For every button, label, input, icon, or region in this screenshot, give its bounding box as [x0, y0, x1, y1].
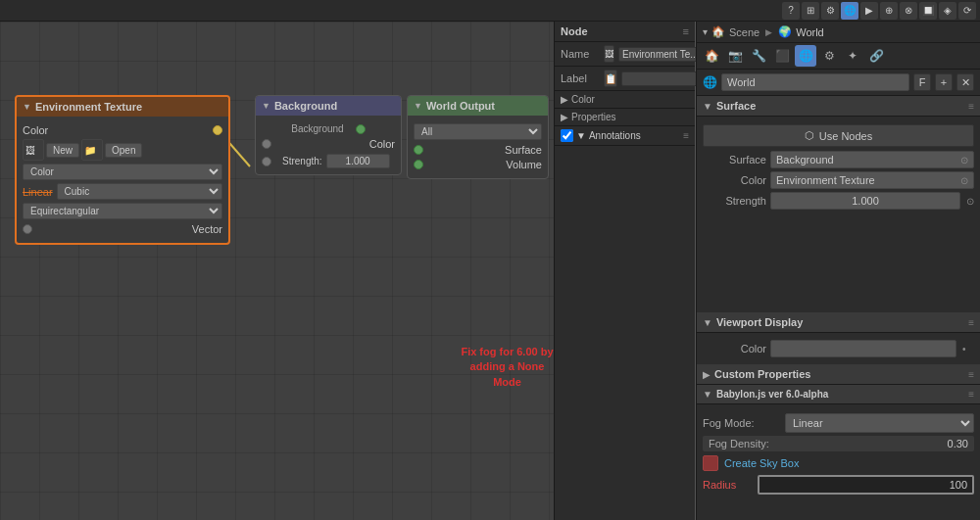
node-icon: ⬡ [805, 129, 814, 142]
particles-tab[interactable]: ✦ [842, 45, 863, 67]
bg-collapse-icon: ▼ [262, 101, 270, 111]
bg-header-label: Background [291, 123, 343, 134]
diamond-icon[interactable]: ◈ [939, 2, 956, 20]
close-world-button[interactable]: ✕ [956, 73, 974, 91]
env-color-type-select[interactable]: Color [23, 164, 222, 180]
env-vector-socket [23, 224, 32, 234]
surface-options[interactable]: ≡ [968, 101, 974, 112]
world-output-dropdown-row: All [414, 123, 542, 140]
breadcrumb-scene: Scene [729, 26, 760, 38]
viewport-title: Viewport Display [716, 316, 803, 328]
surface-section-header[interactable]: ▼ Surface ≡ [697, 96, 980, 117]
env-open-btn[interactable]: Open [105, 143, 142, 158]
surface-prop-text: Background [776, 154, 834, 165]
custom-props-options[interactable]: ≡ [968, 369, 974, 380]
env-toolbar: 🖼 New 📁 Open [23, 139, 222, 161]
color-prop-value[interactable]: Environment Texture ⊙ [770, 171, 974, 189]
env-projection-select[interactable]: Equirectangular [23, 203, 222, 219]
radius-input[interactable] [758, 475, 974, 495]
surface-title: Surface [716, 100, 756, 112]
bg-strength-input[interactable] [326, 154, 390, 168]
add-icon[interactable]: ⊕ [880, 2, 898, 20]
add-world-button[interactable]: + [935, 73, 953, 91]
side-color-section[interactable]: ▶ Color [555, 91, 695, 109]
right-icon-tabs: 🏠 📷 🔧 ⬛ 🌐 ⚙ ✦ 🔗 [697, 43, 980, 70]
main-area: ▼ Environment Texture Color 🖼 New 📁 [0, 22, 980, 520]
side-props-panel: Node ≡ Name 🖼 Label 📋 ▶ Color ▶ Properti… [554, 22, 696, 520]
env-folder-icon: 📁 [81, 139, 103, 161]
skybox-row: Create Sky Box [703, 455, 974, 471]
side-options-icon[interactable]: ≡ [683, 25, 689, 37]
fog-density-row: Fog Density: 0.30 [703, 436, 974, 451]
side-label-icon: 📋 [604, 70, 617, 87]
refresh-icon[interactable]: ⟳ [958, 2, 976, 20]
fog-mode-select[interactable]: Linear None Exponential Exponential Squa… [785, 413, 974, 433]
side-label-row: Label 📋 [555, 67, 695, 91]
viewport-color-preview[interactable] [770, 340, 956, 357]
settings-icon[interactable]: ⚙ [821, 2, 839, 20]
surface-prop-label: Surface [703, 154, 766, 165]
frame-icon[interactable]: 🔲 [919, 2, 937, 20]
surface-prop-value[interactable]: Background ⊙ [770, 151, 974, 168]
viewport-section-header[interactable]: ▼ Viewport Display ≡ [697, 312, 980, 333]
annotation-text: Fix fog for 6.00 by adding a None Mode [461, 345, 554, 390]
annotation-line1: Fix fog for 6.00 by [461, 346, 553, 357]
view-layer-tab[interactable]: ⬛ [771, 45, 793, 67]
surface-dot-menu[interactable]: ⊙ [960, 155, 968, 165]
babylon-section-header[interactable]: ▼ Babylon.js ver 6.0-alpha ≡ [697, 385, 980, 404]
bg-color-row: Color [262, 138, 395, 150]
color-dot-menu[interactable]: ⊙ [960, 175, 968, 186]
world-name-icon: 🌐 [703, 75, 717, 89]
play-icon[interactable]: ▶ [860, 2, 878, 20]
world-output-header: ▼ World Output [408, 96, 548, 116]
radius-label: Radius [703, 479, 752, 491]
env-linear-row: Linear Cubic [23, 183, 222, 200]
side-annotations-options[interactable]: ≡ [683, 130, 689, 141]
world-surface-row: Surface [414, 144, 542, 156]
strength-dot-menu[interactable]: ⊙ [966, 196, 974, 207]
skybox-checkbox[interactable] [703, 455, 718, 471]
custom-props-section-header[interactable]: ▶ Custom Properties ≡ [697, 364, 980, 385]
viewport-options[interactable]: ≡ [968, 317, 974, 328]
world-name-input[interactable] [721, 73, 909, 91]
env-vector-label: Vector [192, 223, 222, 235]
close2-icon[interactable]: ⊗ [900, 2, 917, 20]
env-new-btn[interactable]: New [46, 143, 79, 158]
fog-mode-row: Fog Mode: Linear None Exponential Expone… [703, 413, 974, 433]
grid-icon[interactable]: ⊞ [802, 2, 819, 20]
side-name-icon: 🖼 [604, 45, 614, 63]
babylon-content: Fog Mode: Linear None Exponential Expone… [697, 406, 980, 501]
viewport-color-row: Color • [703, 340, 974, 357]
use-nodes-btn[interactable]: ⬡ Use Nodes [703, 124, 974, 147]
strength-prop-input[interactable] [770, 192, 960, 210]
background-node: ▼ Background Background Color Strength: [255, 95, 402, 175]
side-panel-title: Node [561, 25, 588, 37]
physics-tab[interactable]: 🔗 [865, 45, 887, 67]
scene-tab[interactable]: 🏠 [701, 45, 722, 67]
world-volume-row: Volume [414, 159, 542, 170]
viewport-content: Color • [697, 333, 980, 364]
env-projection-row: Equirectangular [23, 203, 222, 219]
help-icon[interactable]: ? [782, 2, 800, 20]
bg-strength-row: Strength: [262, 154, 395, 168]
env-cubic-select[interactable]: Cubic [57, 183, 222, 200]
side-properties-section[interactable]: ▶ Properties [555, 109, 695, 126]
babylon-options[interactable]: ≡ [968, 389, 974, 400]
render-tab[interactable]: 📷 [724, 45, 746, 67]
viewport-dot-menu[interactable]: • [962, 344, 974, 355]
world-output-all-select[interactable]: All [414, 123, 542, 140]
world-output-collapse: ▼ [414, 101, 422, 111]
strength-prop-row: Strength ⊙ [703, 192, 974, 210]
world-tab[interactable]: 🌐 [795, 45, 816, 67]
object-tab[interactable]: ⚙ [818, 45, 840, 67]
bg-strength-socket [262, 157, 271, 166]
side-annotations-section[interactable]: ▼ Annotations ≡ [555, 126, 695, 146]
top-toolbar: ? ⊞ ⚙ 🌐 ▶ ⊕ ⊗ 🔲 ◈ ⟳ [0, 0, 980, 22]
bg-header: ▼ Background [256, 96, 401, 116]
f-button[interactable]: F [913, 73, 931, 91]
side-name-row: Name 🖼 [555, 42, 695, 67]
world-icon[interactable]: 🌐 [841, 2, 858, 20]
side-annotations-checkbox[interactable] [561, 129, 573, 142]
node-editor[interactable]: ▼ Environment Texture Color 🖼 New 📁 [0, 22, 554, 520]
output-tab[interactable]: 🔧 [748, 45, 769, 67]
